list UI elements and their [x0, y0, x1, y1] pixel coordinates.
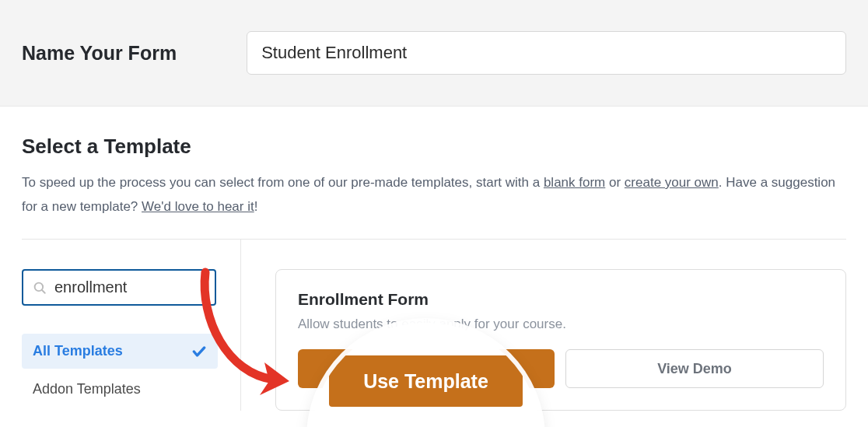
svg-line-1	[42, 290, 45, 293]
name-form-header: Name Your Form	[0, 0, 868, 107]
template-search-box[interactable]	[22, 269, 216, 306]
desc-text: or	[605, 175, 625, 190]
template-search-input[interactable]	[54, 278, 251, 296]
category-addon-templates[interactable]: Addon Templates	[22, 372, 218, 407]
suggestion-link[interactable]: We'd love to hear it	[142, 199, 254, 214]
desc-text: To speed up the process you can select f…	[22, 175, 544, 190]
template-card-title: Enrollment Form	[298, 290, 824, 309]
template-card-description: Allow students to easily apply for your …	[298, 317, 824, 332]
select-template-description: To speed up the process you can select f…	[22, 171, 846, 219]
create-your-own-link[interactable]: create your own	[625, 175, 719, 190]
select-template-title: Select a Template	[22, 135, 846, 159]
name-form-label: Name Your Form	[22, 42, 177, 65]
category-all-templates[interactable]: All Templates	[22, 334, 218, 369]
search-icon	[33, 281, 47, 295]
blank-form-link[interactable]: blank form	[544, 175, 605, 190]
category-label: All Templates	[33, 343, 123, 359]
category-label: Addon Templates	[33, 381, 141, 397]
form-name-input[interactable]	[247, 31, 846, 75]
view-demo-button[interactable]: View Demo	[565, 349, 824, 388]
check-icon	[191, 344, 207, 359]
template-sidebar: All Templates Addon Templates	[22, 240, 241, 411]
magnified-use-template-button: Use Template	[329, 355, 523, 407]
desc-text: !	[254, 199, 258, 214]
